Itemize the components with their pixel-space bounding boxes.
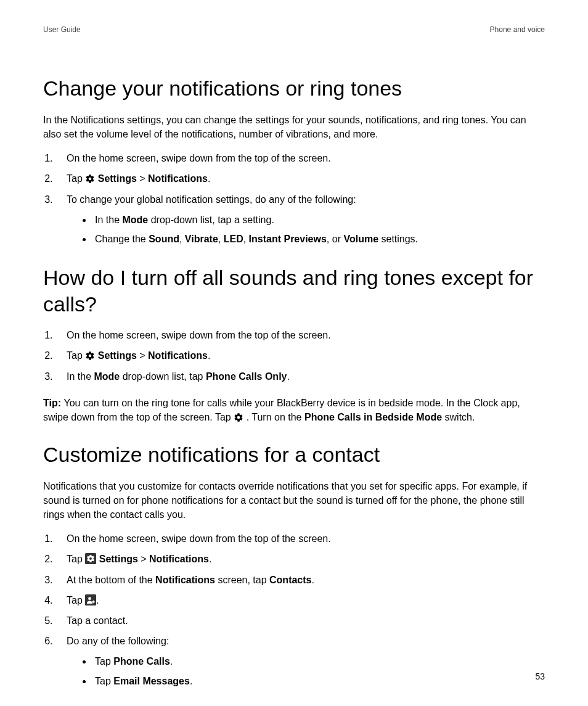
- s2-step-1: On the home screen, swipe down from the …: [55, 328, 545, 342]
- s2-step-3-mode: Mode: [94, 371, 120, 382]
- step-2-settings-label: Settings: [98, 173, 137, 184]
- gear-icon: [85, 351, 95, 361]
- bullet-c1: ,: [179, 234, 185, 244]
- gear-icon: [234, 413, 243, 422]
- s3-step-2-gt: >: [138, 554, 149, 564]
- s3-step-2-tap: Tap: [67, 554, 85, 564]
- s3-step-6-bullets: Tap Phone Calls. Tap Email Messages.: [67, 654, 545, 688]
- bullet-change-a: Change the: [95, 234, 149, 244]
- step-2-tap-text: Tap: [67, 173, 85, 184]
- s2-step-3: In the Mode drop-down list, tap Phone Ca…: [55, 369, 545, 384]
- heading-turn-off-sounds: How do I turn off all sounds and ring to…: [43, 265, 545, 317]
- s2-step-2-tap: Tap: [67, 350, 85, 361]
- bullet-mode-label: Mode: [122, 215, 148, 225]
- steps-customize-contact: On the home screen, swipe down from the …: [43, 532, 545, 688]
- bullet-email-messages: Tap Email Messages.: [92, 674, 545, 688]
- gear-icon: [85, 174, 95, 184]
- s3-step-3: At the bottom of the Notifications scree…: [55, 573, 545, 587]
- tip-paragraph: Tip: You can turn on the ring tone for c…: [43, 396, 545, 424]
- step-1: On the home screen, swipe down from the …: [55, 151, 545, 165]
- bullet-em-tap: Tap: [95, 676, 113, 686]
- svg-point-2: [88, 597, 91, 600]
- bullet-c2: ,: [218, 234, 224, 244]
- s3-step-2-period: .: [209, 554, 211, 564]
- s2-step-3-pco: Phone Calls Only: [206, 371, 287, 382]
- s2-step-2-gt: >: [137, 350, 148, 361]
- step-3: To change your global notification setti…: [55, 192, 545, 247]
- step-2: Tap Settings > Notifications.: [55, 171, 545, 186]
- svg-rect-1: [85, 594, 96, 605]
- page-number: 53: [535, 670, 545, 683]
- s3-step-1: On the home screen, swipe down from the …: [55, 532, 545, 546]
- steps-change-notifications: On the home screen, swipe down from the …: [43, 151, 545, 246]
- s3-step-6-text: Do any of the following:: [67, 636, 169, 646]
- bullet-change-settings: Change the Sound, Vibrate, LED, Instant …: [92, 232, 545, 246]
- s3-step-3-b: screen, tap: [215, 575, 269, 585]
- bullet-led-label: LED: [224, 234, 243, 244]
- s3-step-3-period: .: [311, 575, 314, 585]
- s3-step-4-tap: Tap: [67, 595, 85, 605]
- steps-turn-off-sounds: On the home screen, swipe down from the …: [43, 328, 545, 384]
- bullet-em-label: Email Messages: [113, 676, 190, 686]
- bullet-end: settings.: [378, 234, 418, 244]
- section-turn-off-sounds: How do I turn off all sounds and ring to…: [43, 265, 545, 424]
- s2-step-2: Tap Settings > Notifications.: [55, 348, 545, 363]
- heading-change-notifications: Change your notifications or ring tones: [43, 75, 545, 102]
- bullet-mode-b: drop-down list, tap a setting.: [148, 215, 274, 225]
- s2-step-3-period: .: [287, 371, 289, 382]
- s3-step-3-notif: Notifications: [155, 575, 215, 585]
- step-2-gt: >: [137, 173, 148, 184]
- s3-step-2: Tap Settings > Notifications.: [55, 552, 545, 566]
- bullet-sound-label: Sound: [149, 234, 179, 244]
- bullet-volume-label: Volume: [343, 234, 378, 244]
- bullet-phone-calls: Tap Phone Calls.: [92, 654, 545, 668]
- s3-step-3-a: At the bottom of the: [67, 575, 155, 585]
- page: User Guide Phone and voice Change your n…: [0, 0, 588, 706]
- svg-rect-0: [85, 553, 96, 564]
- add-contact-icon: [85, 594, 96, 605]
- step-2-period: .: [208, 173, 210, 184]
- bullet-em-period: .: [190, 676, 192, 686]
- bullet-pc-tap: Tap: [95, 656, 113, 667]
- s2-step-3-b: drop-down list, tap: [120, 371, 206, 382]
- s2-step-3-a: In the: [67, 371, 94, 382]
- step-3-bullets: In the Mode drop-down list, tap a settin…: [67, 213, 545, 246]
- s3-step-4-period: .: [96, 595, 99, 605]
- tip-switch-label: Phone Calls in Bedside Mode: [304, 412, 442, 422]
- bullet-pc-label: Phone Calls: [113, 656, 170, 667]
- bullet-or: , or: [327, 234, 344, 244]
- s3-step-6: Do any of the following: Tap Phone Calls…: [55, 634, 545, 688]
- s3-step-2-notifications: Notifications: [149, 554, 209, 564]
- tip-text-b: . Turn on the: [243, 412, 304, 422]
- bullet-mode-a: In the: [95, 215, 122, 225]
- bullet-pc-period: .: [170, 656, 173, 667]
- tip-text-c: switch.: [442, 412, 475, 422]
- section-customize-contact: Customize notifications for a contact No…: [43, 441, 545, 688]
- s3-step-4: Tap .: [55, 593, 545, 607]
- bullet-vibrate-label: Vibrate: [185, 234, 218, 244]
- bullet-mode: In the Mode drop-down list, tap a settin…: [92, 213, 545, 227]
- bullet-instant-label: Instant Previews: [249, 234, 327, 244]
- s2-step-2-notifications: Notifications: [148, 350, 208, 361]
- bullet-c3: ,: [243, 234, 249, 244]
- s2-step-2-settings: Settings: [98, 350, 137, 361]
- s3-step-5: Tap a contact.: [55, 614, 545, 628]
- gear-box-icon: [85, 553, 96, 564]
- heading-customize-contact: Customize notifications for a contact: [43, 441, 545, 468]
- intro-customize-contact: Notifications that you customize for con…: [43, 479, 545, 522]
- step-3-text: To change your global notification setti…: [67, 194, 356, 205]
- header-right: Phone and voice: [490, 25, 545, 35]
- step-2-notifications-label: Notifications: [148, 173, 208, 184]
- intro-change-notifications: In the Notifications settings, you can c…: [43, 113, 545, 141]
- header-left: User Guide: [43, 25, 81, 35]
- s2-step-2-period: .: [208, 350, 210, 361]
- s3-step-2-settings: Settings: [99, 554, 138, 564]
- page-header: User Guide Phone and voice: [43, 25, 545, 35]
- tip-label: Tip:: [43, 398, 63, 408]
- s3-step-3-contacts: Contacts: [269, 575, 311, 585]
